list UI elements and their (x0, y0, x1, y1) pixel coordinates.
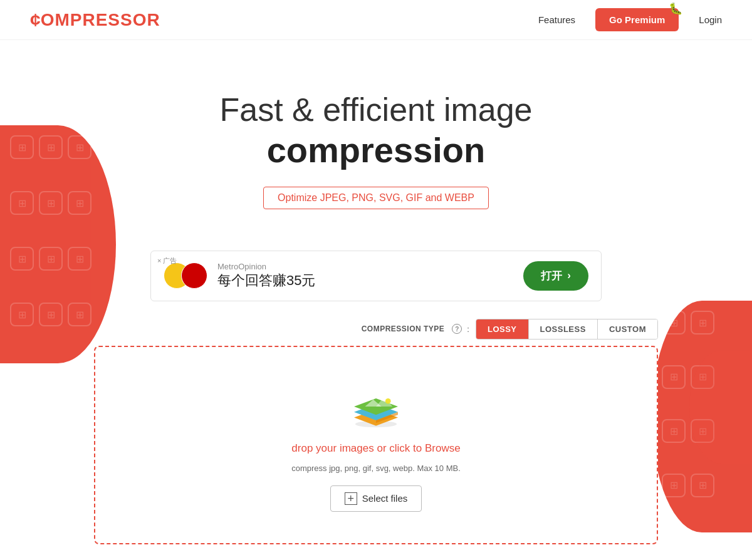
features-link[interactable]: Features (538, 14, 575, 25)
deco-right-small (689, 351, 752, 464)
logo-text: OMPRESSOR (41, 10, 160, 30)
drop-text: drop your images or click to Browse (291, 442, 460, 455)
ad-text-block: MetroOpinion 每个回答赚35元 (217, 262, 513, 290)
compression-colon: : (467, 324, 469, 334)
comp-btn-custom[interactable]: CUSTOM (598, 319, 657, 339)
comp-btn-lossless[interactable]: LOSSLESS (529, 319, 598, 339)
wm-icon-r: ⊞ (662, 419, 686, 443)
drop-zone-wrapper: drop your images or click to Browse comp… (88, 346, 664, 544)
hero-title-line1: Fast & efficient image (13, 90, 739, 129)
wm-icon-r: ⊞ (662, 365, 686, 389)
select-files-button[interactable]: + Select files (330, 485, 422, 512)
plus-icon: + (345, 492, 357, 505)
ad-circle-red (181, 262, 207, 289)
hero-subtitle: Optimize JPEG, PNG, SVG, GIF and WEBP (263, 187, 489, 209)
ad-open-button[interactable]: 打开 › (523, 261, 588, 291)
logo-symbol: ¢ (30, 11, 41, 29)
ad-open-label: 打开 (541, 269, 562, 283)
compression-type-label: COMPRESSION TYPE (362, 324, 445, 333)
ad-brand: MetroOpinion (217, 262, 513, 271)
wm-icon: ⊞ (39, 247, 63, 271)
ad-banner: × 广告 MetroOpinion 每个回答赚35元 打开 › (150, 251, 602, 301)
login-link[interactable]: Login (699, 14, 722, 25)
premium-label: Go Premium (609, 14, 665, 25)
go-premium-button[interactable]: Go Premium 🐛 (595, 8, 679, 31)
hero-title-line2: compression (13, 129, 739, 171)
hero-section: Fast & efficient image compression Optim… (0, 40, 752, 228)
image-drop-icon (348, 385, 404, 428)
drop-zone[interactable]: drop your images or click to Browse comp… (94, 346, 658, 544)
svg-point-6 (385, 398, 391, 403)
ad-logo (164, 262, 207, 289)
wm-icon: ⊞ (39, 303, 63, 326)
compression-type-buttons: LOSSY LOSSLESS CUSTOM (476, 319, 658, 340)
wm-icon-r: ⊞ (691, 474, 714, 497)
compression-help-icon[interactable]: ? (452, 324, 462, 334)
ad-close-label[interactable]: × 广告 (157, 256, 177, 266)
logo[interactable]: ¢ OMPRESSOR (30, 10, 160, 30)
wm-icon-r: ⊞ (691, 311, 714, 334)
wm-icon-r: ⊞ (662, 311, 686, 334)
select-files-label: Select files (362, 493, 408, 504)
navbar: ¢ OMPRESSOR Features Go Premium 🐛 Login (0, 0, 752, 40)
wm-icon: ⊞ (10, 247, 34, 271)
wm-icon: ⊞ (68, 247, 91, 271)
compression-controls: COMPRESSION TYPE ? : LOSSY LOSSLESS CUST… (88, 319, 664, 340)
comp-btn-lossy[interactable]: LOSSY (476, 319, 529, 339)
ad-main-text: 每个回答赚35元 (217, 271, 513, 290)
ad-arrow-icon: › (567, 269, 571, 282)
wm-icon: ⊞ (10, 303, 34, 326)
drop-subtext: compress jpg, png, gif, svg, webp. Max 1… (291, 464, 461, 473)
premium-icon: 🐛 (669, 2, 682, 16)
nav-right: Features Go Premium 🐛 Login (538, 8, 722, 31)
wm-icon-r: ⊞ (662, 474, 686, 497)
